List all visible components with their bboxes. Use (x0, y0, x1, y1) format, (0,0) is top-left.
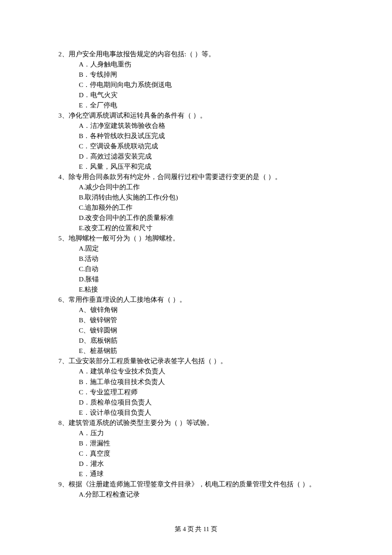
option-d: D、底板钢筋 (58, 335, 334, 346)
option-d: D．灌水 (58, 459, 334, 469)
option-a: A.减少合同中的工作 (58, 182, 334, 192)
option-e: E．全厂停电 (58, 100, 334, 110)
question-3: 3、净化空调系统调试和运转具备的条件有（ ）。 A．洁净室建筑装饰验收合格 B．… (58, 110, 334, 172)
option-e: E．风量，风压平和完成 (58, 162, 334, 172)
option-c: C.自动 (58, 264, 334, 274)
option-a: A.分部工程检查记录 (58, 489, 334, 500)
question-text: 9、根据《注册建造师施工管理签章文件目录》，机电工程的质量管理文件包括（ ）。 (58, 479, 334, 489)
question-5: 5、地脚螺栓一般可分为（ ）地脚螺栓。 A.固定 B.活动 C.自动 D.胀锚 … (58, 233, 334, 295)
option-b: B.取消转由他人实施的工作(分包) (58, 192, 334, 202)
option-b: B．施工单位项目技术负责人 (58, 377, 334, 387)
question-6: 6、常用作垂直埋设的人工接地体有（ ）。 A、镀锌角钢 B、镀锌钢管 C、镀锌圆… (58, 295, 334, 356)
question-text: 6、常用作垂直埋设的人工接地体有（ ）。 (58, 295, 334, 305)
page-footer: 第 4 页 共 11 页 (0, 524, 392, 534)
q-num: 5、 (58, 234, 69, 242)
question-7: 7、工业安装部分工程质量验收记录表签字人包括（ ）。 A．建筑单位专业技术负责人… (58, 356, 334, 417)
q-num: 8、 (58, 419, 69, 426)
option-d: D.胀锚 (58, 274, 334, 284)
q-body: 净化空调系统调试和运转具备的条件有（ ）。 (69, 112, 207, 119)
option-a: A．洁净室建筑装饰验收合格 (58, 121, 334, 131)
question-text: 5、地脚螺栓一般可分为（ ）地脚螺栓。 (58, 233, 334, 243)
q-num: 3、 (58, 112, 69, 119)
q-body: 根据《注册建造师施工管理签章文件目录》，机电工程的质量管理文件包括（ ）。 (69, 480, 316, 488)
option-c: C．专业监理工程师 (58, 387, 334, 397)
option-b: B.活动 (58, 254, 334, 264)
q-num: 6、 (58, 296, 69, 303)
option-e: E、桩基钢筋 (58, 346, 334, 356)
option-a: A．建筑单位专业技术负责人 (58, 366, 334, 376)
option-e: E.改变工程的位置和尺寸 (58, 223, 334, 233)
question-8: 8、建筑管道系统的试验类型主要分为（ ）等试验。 A．压力 B．泄漏性 C．真空… (58, 418, 334, 479)
question-text: 8、建筑管道系统的试验类型主要分为（ ）等试验。 (58, 418, 334, 428)
option-a: A．人身触电重伤 (58, 59, 334, 69)
q-body: 工业安装部分工程质量验收记录表签字人包括（ ）。 (69, 357, 227, 364)
q-num: 4、 (58, 173, 69, 180)
question-4: 4、除专用合同条款另有约定外，合同履行过程中需要进行变更的是（ ）。 A.减少合… (58, 172, 334, 233)
option-c: C.追加额外的工作 (58, 202, 334, 213)
option-d: D．质检单位项目负责人 (58, 397, 334, 408)
question-text: 4、除专用合同条款另有约定外，合同履行过程中需要进行变更的是（ ）。 (58, 172, 334, 182)
question-9: 9、根据《注册建造师施工管理签章文件目录》，机电工程的质量管理文件包括（ ）。 … (58, 479, 334, 500)
q-body: 除专用合同条款另有约定外，合同履行过程中需要进行变更的是（ ）。 (69, 173, 282, 180)
option-c: C．停电期间向电力系统倒送电 (58, 80, 334, 90)
question-text: 2、用户安全用电事故报告规定的内容包括:（ ）等。 (58, 49, 334, 59)
option-d: D．电气火灾 (58, 90, 334, 100)
option-a: A．压力 (58, 428, 334, 438)
question-text: 3、净化空调系统调试和运转具备的条件有（ ）。 (58, 110, 334, 121)
q-num: 2、 (58, 50, 69, 58)
q-body: 地脚螺栓一般可分为（ ）地脚螺栓。 (69, 234, 179, 242)
option-c: C、镀锌圆钢 (58, 325, 334, 335)
option-b: B．专线掉闸 (58, 69, 334, 80)
option-b: B．各种管线吹扫及试压完成 (58, 131, 334, 141)
option-b: B．泄漏性 (58, 438, 334, 448)
question-2: 2、用户安全用电事故报告规定的内容包括:（ ）等。 A．人身触电重伤 B．专线掉… (58, 49, 334, 110)
q-body: 用户安全用电事故报告规定的内容包括:（ ）等。 (69, 50, 215, 58)
q-num: 7、 (58, 357, 69, 364)
option-d: D．高效过滤器安装完成 (58, 151, 334, 162)
question-text: 7、工业安装部分工程质量验收记录表签字人包括（ ）。 (58, 356, 334, 366)
option-a: A.固定 (58, 243, 334, 254)
option-c: C．空调设备系统联动完成 (58, 141, 334, 151)
option-e: E．设计单位项目负责人 (58, 408, 334, 418)
q-body: 建筑管道系统的试验类型主要分为（ ）等试验。 (69, 419, 213, 426)
option-c: C．真空度 (58, 448, 334, 459)
q-body: 常用作垂直埋设的人工接地体有（ ）。 (69, 296, 186, 303)
option-b: B、镀锌钢管 (58, 315, 334, 325)
option-a: A、镀锌角钢 (58, 305, 334, 315)
option-e: E.粘接 (58, 284, 334, 295)
q-num: 9、 (58, 480, 69, 488)
option-d: D.改变合同中的工作的质量标准 (58, 213, 334, 223)
option-e: E．通球 (58, 469, 334, 479)
